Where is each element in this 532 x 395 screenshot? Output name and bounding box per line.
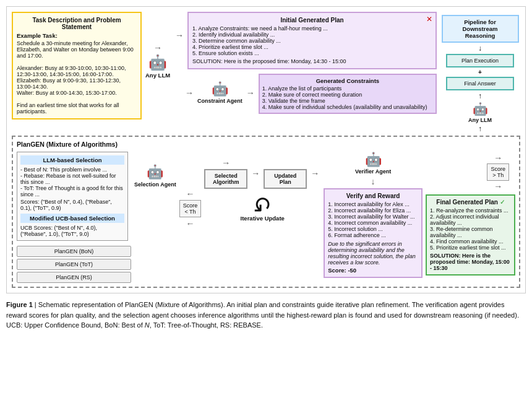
final-plan-area: → Score > Th → Final Generated Plan ✓ 1.… [426,152,515,276]
selection-area: LLM-based Selection - Best of N: This pr… [17,152,131,283]
figure-label: Figure 1 [6,301,33,308]
llm-selection-box: LLM-based Selection - Best of N: This pr… [17,152,128,241]
final-plan-items: 1. Re-analyze the constraints ... 2. Adj… [430,207,511,251]
plangen-section: PlanGEN (Mixture of Algorithms) LLM-base… [12,136,520,288]
generated-constraints-box: Generated Constraints 1. Analyze the lis… [259,74,437,114]
task-text: Schedule a 30-minute meeting for Alexand… [17,40,137,115]
constraint-agent-row: → 🤖 Constraint Agent → Generated Constra… [184,71,437,114]
initial-plan-title: Initial Generated Plan [192,17,432,24]
updated-plan-col: → Updated Plan [264,158,307,189]
task-description-box: Task Description and Problem Statement E… [12,12,142,119]
verifier-area: 🤖 Verifier Agent ↓ Verify and Reward 1. … [324,152,423,278]
arrow-to-initial-plan: → [175,12,184,40]
initial-plan-box: ✕ Initial Generated Plan 1. Analyze Cons… [187,12,437,69]
figure-caption: Figure 1 | Schematic representation of P… [6,300,526,331]
close-icon[interactable]: ✕ [426,15,432,24]
arrow-to-constraint: → [185,88,194,98]
selected-algorithm-box: Selected Algorithm [204,169,247,189]
constraint-agent-block: 🤖 Constraint Agent [197,81,242,104]
plangen-tot-button[interactable]: PlanGEN (ToT) [17,259,131,270]
arrow-upd-to-verifier: → [311,168,319,178]
pipeline-title: Pipeline for Downstream Reasoning [442,15,519,43]
final-plan-solution: SOLUTION: Here is the proposed time: Mon… [430,253,511,271]
caption-suffix: , ToT: Tree-of-Thought, RS: REBASE. [150,321,263,329]
arrow-down-to-pipeline: ↓ [478,44,482,53]
verify-title: Verify and Reward [328,193,418,199]
selected-updated-iterative: → Selected Algorithm → → Updated Plan [204,152,320,222]
task-box-title: Task Description and Problem Statement [17,17,137,30]
ucb-sel-items: UCB Scores: ("Best of N", 4.0), ("Rebase… [20,225,124,237]
final-plan-title: Final Generated Plan ✓ [430,199,511,206]
plangen-title: PlanGEN (Mixture of Algorithms) [17,141,515,148]
arrow-right-to-final: → [494,153,502,163]
constraint-robot-icon: 🤖 [212,81,228,97]
caption-N: N [145,321,150,329]
initial-plan-items: 1. Analyze Constraints: we need a half-h… [192,25,432,56]
verify-score: Score: -50 [328,267,418,274]
arrow-to-selected: → [221,158,230,168]
updated-plan-box: Updated Plan [264,169,307,189]
arrow-sel-to-upd: → [251,168,260,178]
pipeline-any-llm-block: 🤖 Any LLM [468,102,492,123]
arrow-down-to-verify: ↓ [371,176,375,186]
constraint-agent-label: Constraint Agent [197,98,242,104]
any-llm-block: 🤖 Any LLM [145,54,170,79]
plan-execution-box: Plan Execution [446,54,514,67]
final-plan-box: Final Generated Plan ✓ 1. Re-analyze the… [426,194,515,276]
llm-sel-items: - Best of N: This problem involve ... - … [20,167,124,211]
selection-agent-area: 🤖 Selection Agent [134,152,176,188]
cycle-arrow-icon: ↻ [253,194,272,214]
score-th-left-area: ← Score < Th ← [179,152,202,228]
plan-buttons: PlanGEN (BoN) PlanGEN (ToT) PlanGEN (RS) [17,246,131,283]
main-diagram: Task Description and Problem Statement E… [6,6,526,293]
verify-reward-box: Verify and Reward 1. Incorrect availabil… [324,188,423,278]
iterative-update-block: ↻ Iterative Update [241,194,285,222]
plangen-rs-button[interactable]: PlanGEN (RS) [17,272,131,283]
final-answer-box: Final Answer [446,77,514,90]
arrow-task-to-llm: → [153,43,162,53]
any-llm-robot-icon: 🤖 [148,54,167,71]
any-llm-label: Any LLM [145,72,170,79]
verifier-agent-label: Verifier Agent [355,168,391,175]
score-th-right-area: → Score > Th → [487,152,509,191]
score-th-right-box: Score > Th [487,163,509,181]
sel-upd-row: → Selected Algorithm → → Updated Plan [204,158,320,189]
score-th-left-box: Score < Th [179,200,202,217]
pipeline-any-llm-label: Any LLM [468,117,492,123]
ucb-sel-title: Modified UCB-based Selection [20,214,124,223]
pipeline-robot-icon: 🤖 [473,102,488,116]
plangen-bon-button[interactable]: PlanGEN (BoN) [17,246,131,257]
selection-agent-label: Selection Agent [134,181,176,188]
arrow-up-from-llm: ↑ [478,124,482,133]
gc-items: 1. Analyze the list of participants 2. M… [262,85,433,110]
verify-score-text: Due to the significant errors in determi… [328,241,418,266]
arrow-right-to-final2: → [494,181,502,191]
selection-agent-robot: 🤖 [147,164,163,180]
example-task-title: Example Task: [17,32,137,39]
gc-title: Generated Constraints [262,77,433,84]
top-arrow-area: → 🤖 Any LLM [145,12,170,79]
arrow-from-constraint: → [246,88,255,98]
selected-algo-col: → Selected Algorithm [204,158,247,189]
check-mark: ✓ [500,199,505,206]
verify-items: 1. Incorrect availability for Alex ... 2… [328,201,418,238]
pipeline-column: Pipeline for Downstream Reasoning ↓ Plan… [440,12,520,133]
plus-sign: + [478,69,482,76]
initial-plan-solution: SOLUTION: Here is the proposed time: Mon… [192,58,432,64]
arrow-left-1: ← [186,189,194,199]
bottom-main: LLM-based Selection - Best of N: This pr… [17,152,515,283]
llm-sel-title: LLM-based Selection [20,155,124,165]
arrow-up-from-pipeline: ↑ [478,92,482,100]
verifier-robot-icon: 🤖 [365,152,382,168]
verifier-agent-block: 🤖 Verifier Agent [355,152,391,175]
arrow-left-2: ← [186,219,194,228]
